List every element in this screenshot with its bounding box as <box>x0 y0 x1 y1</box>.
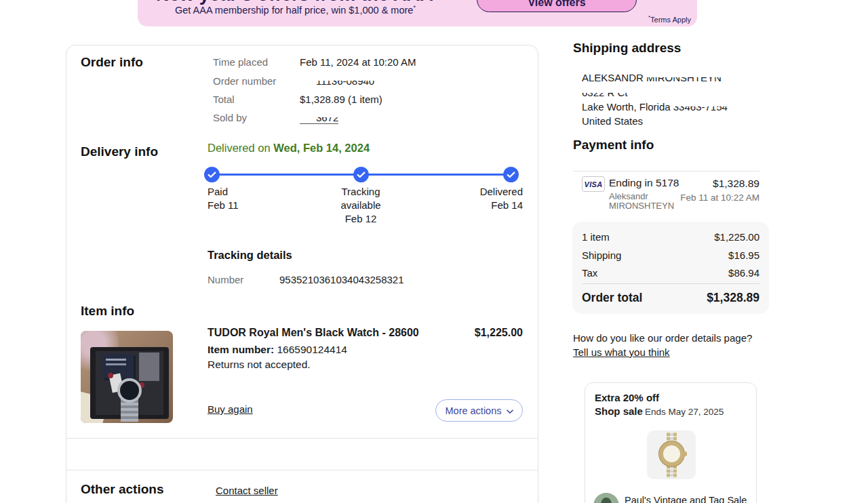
delivery-status-prefix: Delivered on <box>208 142 273 154</box>
chevron-down-icon <box>507 405 513 416</box>
banner-subtext: Get AAA membership for half price, win $… <box>175 2 416 16</box>
address-street-redacted: 6322 R Ct <box>582 87 628 98</box>
row-value: $1,225.00 <box>714 231 760 243</box>
row-label: 1 item <box>582 231 610 243</box>
totals-row-items: 1 item$1,225.00 <box>582 231 760 243</box>
order-number-digits: 11136-08940 <box>316 75 374 87</box>
order-total-label: Order total <box>582 291 642 304</box>
tracker-step-paid: PaidFeb 11 <box>208 185 239 212</box>
address-name-redacted: MIRONSHTEYN <box>646 72 722 83</box>
terms-text: Terms Apply <box>650 16 691 24</box>
tracking-number-value: 9535210361034043258321 <box>279 274 404 285</box>
item-info-title: Item info <box>81 304 134 319</box>
more-actions-button[interactable]: More actions <box>435 399 523 422</box>
shop-sale-link[interactable]: Shop sale <box>595 405 643 417</box>
payment-amount: $1,328.89 <box>713 178 760 190</box>
total-label: Total <box>213 94 235 105</box>
order-total-value: $1,328.89 <box>707 291 760 305</box>
promo-banner[interactable]: New year's offers from the AAA Get AAA m… <box>138 0 697 26</box>
address-country: United States <box>582 115 643 127</box>
step-date: Feb 11 <box>208 199 239 212</box>
shipping-address-title: Shipping address <box>573 41 681 56</box>
card-ending: Ending in 5178 <box>609 177 679 189</box>
row-label: Shipping <box>582 249 621 261</box>
item-number-line: Item number: 166590124414 <box>208 344 347 356</box>
section-divider <box>66 470 538 470</box>
contact-seller-link[interactable]: Contact seller <box>216 485 278 496</box>
promo-seller-name: Paul's Vintage and Tag Sale <box>625 495 747 503</box>
address-name-visible: ALEKSANDR <box>582 72 646 83</box>
promo-watch-crown <box>684 451 687 456</box>
cardholder-first-name: Aleksandr <box>609 191 648 201</box>
payment-date: Feb 11 at 10:22 AM <box>680 193 760 203</box>
more-actions-label: More actions <box>445 405 501 416</box>
photo-warranty-card <box>139 353 159 381</box>
address-city: Lake Worth, Florida 33463-7154 <box>582 101 728 113</box>
address-name: ALEKSANDR MIRONSHTEYN <box>582 72 722 83</box>
tracker-step-delivered: DeliveredFeb 14 <box>480 185 523 212</box>
promo-watch-image[interactable] <box>647 430 696 479</box>
order-info-title: Order info <box>81 55 143 70</box>
feedback-link[interactable]: Tell us what you think <box>573 346 670 358</box>
address-city-visible: Lake Worth, Florida <box>582 101 673 113</box>
item-title: TUDOR Royal Men's Black Watch - 28600 <box>208 327 419 339</box>
payment-divider <box>573 171 760 172</box>
photo-booklet-text <box>106 359 126 361</box>
item-price: $1,225.00 <box>475 327 523 339</box>
time-placed-value: Feb 11, 2024 at 10:20 AM <box>300 56 416 68</box>
delivery-status: Delivered on Wed, Feb 14, 2024 <box>208 142 370 155</box>
item-photo[interactable] <box>81 331 173 423</box>
totals-divider <box>582 283 760 284</box>
check-icon <box>204 167 220 182</box>
order-number-label: Order number <box>213 75 276 87</box>
row-value: $16.95 <box>728 249 760 261</box>
promo-end-date: Ends May 27, 2025 <box>645 407 724 417</box>
time-placed-label: Time placed <box>213 56 268 68</box>
sold-by-label: Sold by <box>213 112 247 123</box>
photo-red-accents <box>108 373 113 378</box>
order-totals-card: 1 item$1,225.00 Shipping$16.95 Tax$86.94… <box>572 222 769 314</box>
view-offers-button[interactable]: View offers <box>477 0 637 12</box>
other-actions-title: Other actions <box>81 482 163 497</box>
row-label: Tax <box>582 267 597 279</box>
feedback-question: How do you like our order details page? <box>573 332 752 344</box>
seller-digits: 3672 <box>316 112 338 123</box>
tracking-details-title: Tracking details <box>208 249 292 262</box>
seller-promo-card[interactable]: Extra 20% off Shop sale Ends May 27, 202… <box>585 382 757 503</box>
address-zip-redacted: 33463-7154 <box>673 101 728 113</box>
seller-link[interactable]: 3672 <box>300 112 338 124</box>
terms-apply-note: *Terms Apply <box>648 14 691 24</box>
sold-by-value: 3672 <box>300 112 338 124</box>
tracker-step-tracking: Tracking availableFeb 12 <box>327 185 395 226</box>
delivery-status-date: Wed, Feb 14, 2024 <box>273 142 370 154</box>
order-details-page: New year's offers from the AAA Get AAA m… <box>0 0 868 503</box>
order-total-row: Order total$1,328.89 <box>582 291 760 305</box>
step-label: Tracking available <box>327 185 395 212</box>
banner-footnote-asterisk: * <box>413 4 416 11</box>
photo-watch-dial <box>117 378 142 403</box>
payment-info-title: Payment info <box>573 138 654 153</box>
check-icon <box>503 167 519 182</box>
item-number-label: Item number: <box>208 344 274 355</box>
step-date: Feb 12 <box>327 212 395 226</box>
step-label: Paid <box>208 185 239 199</box>
visa-logo: VISA <box>582 176 605 192</box>
check-icon <box>353 167 369 182</box>
section-divider <box>66 438 538 439</box>
seller-avatar[interactable] <box>593 493 619 503</box>
totals-row-shipping: Shipping$16.95 <box>582 249 760 261</box>
address-street: 6322 R Ct <box>582 87 628 98</box>
total-value: $1,328.89 (1 item) <box>300 94 382 105</box>
totals-row-tax: Tax$86.94 <box>582 267 760 279</box>
tracking-number-label: Number <box>208 274 243 285</box>
step-date: Feb 14 <box>480 199 523 212</box>
cardholder-last-name: MIRONSHTEYN <box>609 201 674 211</box>
row-value: $86.94 <box>728 267 760 279</box>
returns-policy: Returns not accepted. <box>208 359 311 371</box>
promo-watch-dial <box>663 445 680 462</box>
order-details-card: Order info Time placed Feb 11, 2024 at 1… <box>66 45 538 503</box>
buy-again-link[interactable]: Buy again <box>208 403 253 415</box>
promo-headline: Extra 20% off <box>595 392 659 403</box>
banner-subtext-text: Get AAA membership for half price, win $… <box>175 5 413 16</box>
order-number-value: 11136-08940 <box>300 75 374 87</box>
